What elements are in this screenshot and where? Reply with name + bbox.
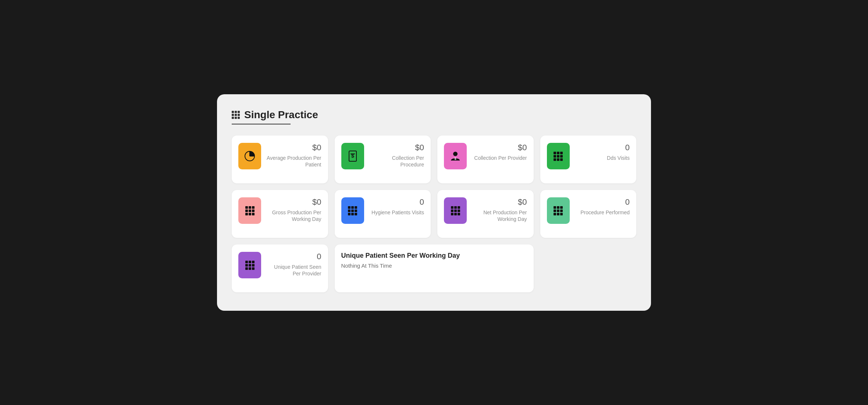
card-value-net: $0: [472, 197, 527, 207]
card-dds-visits[interactable]: 0 Dds Visits: [540, 135, 637, 183]
wide-card-title: Unique Patient Seen Per Working Day: [341, 252, 527, 260]
card-label-hygiene: Hygiene Patients Visits: [371, 209, 424, 215]
page-title: Single Practice: [244, 109, 318, 121]
main-container: Single Practice $0 Average Production Pe: [217, 94, 651, 311]
card-label-gross: Gross Production Per Working Day: [272, 209, 321, 222]
card-icon-avg-prod: [238, 143, 261, 169]
card-text-coll-provider: $0 Collection Per Provider: [472, 143, 527, 161]
card-icon-coll-provider: $: [444, 143, 467, 169]
card-text-coll-proc: $0 Collection Per Procedure: [369, 143, 424, 168]
card-value-coll-proc: $0: [369, 143, 424, 152]
card-label-unique-provider: Unique Patient Seen Per Provider: [274, 264, 321, 277]
card-text-net: $0 Net Production Per Working Day: [472, 197, 527, 222]
card-icon-net-prod: [444, 197, 467, 224]
card-procedure[interactable]: 0 Procedure Performed: [540, 190, 637, 238]
card-icon-dds-visits: [547, 143, 570, 169]
card-icon-unique-provider: [238, 252, 261, 278]
card-value-avg-prod: $0: [266, 143, 321, 152]
card-text-hygiene: 0 Hygiene Patients Visits: [369, 197, 424, 216]
pie-chart-icon: [244, 150, 256, 162]
card-text-avg-prod: $0 Average Production Per Patient: [266, 143, 321, 168]
mini-grid-icon-net: [451, 206, 460, 215]
card-collection-per-provider[interactable]: $ $0 Collection Per Provider: [437, 135, 534, 183]
mini-grid-icon-dds: [554, 152, 563, 161]
card-icon-hygiene: [341, 197, 364, 224]
card-value-hygiene: 0: [369, 197, 424, 207]
document-dollar-icon: $: [347, 150, 359, 162]
mini-grid-icon-procedure: [554, 206, 563, 215]
card-icon-procedure: [547, 197, 570, 224]
card-value-dds: 0: [575, 143, 630, 152]
card-value-unique-provider: 0: [266, 252, 321, 261]
card-gross-prod[interactable]: $0 Gross Production Per Working Day: [232, 190, 328, 238]
mini-grid-icon-hygiene: [348, 206, 357, 215]
card-text-procedure: 0 Procedure Performed: [575, 197, 630, 216]
cards-grid: $0 Average Production Per Patient $ $0 C…: [232, 135, 636, 292]
wide-card-content: Unique Patient Seen Per Working Day Noth…: [341, 252, 527, 269]
card-label-coll-provider: Collection Per Provider: [474, 155, 527, 161]
card-value-coll-provider: $0: [472, 143, 527, 152]
card-value-procedure: 0: [575, 197, 630, 207]
svg-text:$: $: [454, 157, 456, 161]
card-avg-prod-per-patient[interactable]: $0 Average Production Per Patient: [232, 135, 328, 183]
card-label-avg-prod: Average Production Per Patient: [267, 155, 321, 168]
card-text-unique-provider: 0 Unique Patient Seen Per Provider: [266, 252, 321, 277]
card-label-net: Net Production Per Working Day: [483, 209, 527, 222]
card-hygiene[interactable]: 0 Hygiene Patients Visits: [335, 190, 431, 238]
person-dollar-icon: $: [449, 150, 461, 162]
card-label-dds: Dds Visits: [607, 155, 630, 161]
card-net-prod[interactable]: $0 Net Production Per Working Day: [437, 190, 534, 238]
card-collection-per-procedure[interactable]: $ $0 Collection Per Procedure: [335, 135, 431, 183]
card-label-procedure: Procedure Performed: [580, 209, 630, 215]
card-label-coll-proc: Collection Per Procedure: [392, 155, 424, 168]
card-unique-per-provider[interactable]: 0 Unique Patient Seen Per Provider: [232, 244, 328, 292]
mini-grid-icon-unique-provider: [245, 261, 255, 270]
title-underline: [232, 124, 291, 124]
card-text-dds: 0 Dds Visits: [575, 143, 630, 161]
header-grid-icon: [232, 111, 240, 119]
page-header: Single Practice: [232, 109, 636, 121]
card-value-gross: $0: [266, 197, 321, 207]
card-text-gross: $0 Gross Production Per Working Day: [266, 197, 321, 222]
svg-point-6: [453, 152, 458, 156]
mini-grid-icon-gross: [245, 206, 255, 215]
card-unique-per-working-day[interactable]: Unique Patient Seen Per Working Day Noth…: [335, 244, 534, 292]
wide-card-subtitle: Nothing At This Time: [341, 263, 527, 269]
card-icon-collection-proc: $: [341, 143, 364, 169]
card-icon-gross-prod: [238, 197, 261, 224]
